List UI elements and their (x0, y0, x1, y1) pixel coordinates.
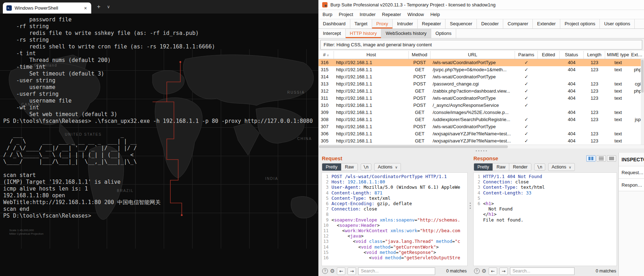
table-row[interactable]: 310http://192.168.1.1POST/_async/AsyncRe… (319, 102, 644, 109)
column-header-length[interactable]: Length (584, 51, 605, 59)
cell-status: 404 (560, 59, 584, 66)
code-token (433, 239, 436, 244)
column-header-method[interactable]: Method (409, 51, 431, 59)
code-line: 12 <java> (322, 233, 467, 239)
code-line: 3Content-Type: text/html (474, 184, 617, 190)
table-vertical-scrollbar[interactable] (641, 59, 644, 145)
cell-params: ✓ (515, 88, 538, 95)
tab-target[interactable]: Target (350, 19, 372, 28)
request-actions-label: Actions (378, 165, 392, 170)
terminal-body[interactable]: GreenlandRUSSIACANADAUNITED STATESCHINAI… (0, 14, 318, 276)
table-horizontal-scrollbar[interactable] (319, 145, 644, 149)
single-layout-button[interactable] (607, 155, 616, 162)
table-row[interactable]: 311http://192.168.1.1POST/wls-wsat/Coord… (319, 95, 644, 102)
stacked-layout-button[interactable] (597, 155, 606, 162)
request-tab-raw[interactable]: Raw (341, 163, 357, 171)
table-row[interactable]: 308http://192.168.1.1GET/uddiexplorer/Se… (319, 116, 644, 123)
next-match-button[interactable]: → (499, 267, 508, 275)
subtab-options[interactable]: Options (431, 29, 456, 38)
prev-match-button[interactable]: ← (489, 267, 497, 275)
menu-window[interactable]: Window (404, 12, 427, 17)
code-line: 15 <void method="getResponse"> (322, 250, 467, 255)
tab-intruder[interactable]: Intruder (393, 19, 418, 28)
request-tab-pretty[interactable]: Pretty (322, 163, 341, 171)
tab-decoder[interactable]: Decoder (477, 19, 503, 28)
table-row[interactable]: 315http://192.168.1.1GET/jsrpc.php?type=… (319, 66, 644, 73)
column-header-url[interactable]: URL (431, 51, 515, 59)
gear-icon[interactable]: ⚙ (330, 269, 335, 274)
menu-help[interactable]: Help (427, 12, 443, 17)
inspector-section-response-headers[interactable]: Response Headers (619, 178, 644, 191)
response-tab-render[interactable]: Render (509, 163, 531, 171)
response-newline-toggle[interactable]: \n (534, 163, 545, 171)
tab-extender[interactable]: Extender (533, 19, 560, 28)
terminal-window: >_ Windows PowerShell × + ∨ (0, 0, 318, 276)
cell-host: http://192.168.1.1 (334, 73, 409, 80)
help-icon[interactable]: ? (474, 268, 480, 274)
menu-project[interactable]: Project (335, 12, 356, 17)
code-token: "c (455, 239, 460, 244)
request-actions-button[interactable]: Actions ∨ (374, 163, 401, 171)
response-search-input[interactable] (510, 267, 575, 275)
table-row[interactable]: 307http://192.168.1.1POST/wls-wsat/Coord… (319, 123, 644, 130)
table-row[interactable]: 306http://192.168.1.1GET/wxjsapi/saveYZJ… (319, 130, 644, 137)
tab-dropdown-icon[interactable]: ∨ (107, 4, 110, 9)
tab-repeater[interactable]: Repeater (418, 19, 445, 28)
subtab-http-history[interactable]: HTTP history (346, 29, 382, 38)
side-by-side-layout-button[interactable] (586, 155, 596, 162)
column-header-[interactable]: #∨ (319, 51, 334, 59)
menu-intruder[interactable]: Intruder (356, 12, 379, 17)
gear-icon[interactable]: ⚙ (482, 269, 486, 274)
request-editor[interactable]: 1POST /wls-wsat/CoordinatorPortType HTTP… (321, 172, 468, 266)
tab-dashboard[interactable]: Dashboard (319, 19, 350, 28)
table-row[interactable]: 305http://192.168.1.1GET/wxjsapi/saveYZJ… (319, 137, 644, 145)
close-tab-icon[interactable]: × (83, 5, 88, 11)
response-panel: Response PrettyRawRender \n Actions ∨ 1H… (472, 153, 619, 276)
new-tab-button[interactable]: + (97, 3, 101, 10)
response-editor[interactable]: 1HTTP/1.1 404 Not Found2Connection: clos… (473, 172, 617, 266)
request-search-input[interactable] (358, 267, 435, 275)
tab-sequencer[interactable]: Sequencer (445, 19, 477, 28)
table-row[interactable]: 309http://192.168.1.1GET/console/images/… (319, 109, 644, 116)
cell-status (560, 102, 584, 109)
column-header-mime-type[interactable]: MIME type (605, 51, 631, 59)
response-actions-button[interactable]: Actions ∨ (548, 163, 575, 171)
cell-method: GET (409, 137, 431, 145)
tab-user-options[interactable]: User options (600, 19, 635, 28)
column-header-host[interactable]: Host (334, 51, 409, 59)
prev-match-button[interactable]: ← (337, 267, 345, 275)
table-row[interactable]: 314http://192.168.1.1POST/wls-wsat/Coord… (319, 73, 644, 80)
tab-project-options[interactable]: Project options (560, 19, 600, 28)
cell-method: POST (409, 73, 431, 80)
cell-host: http://192.168.1.1 (334, 66, 409, 73)
horizontal-splitter[interactable] (319, 149, 644, 153)
table-row[interactable]: 313http://192.168.1.1POST/password_chang… (319, 80, 644, 88)
table-row[interactable]: 312http://192.168.1.1GET/zabbix.php?acti… (319, 88, 644, 95)
line-number: 15 (322, 250, 331, 255)
terminal-tab-powershell[interactable]: >_ Windows PowerShell × (3, 2, 91, 14)
table-row[interactable]: 316http://192.168.1.1POST/wls-wsat/Coord… (319, 59, 644, 66)
tab-proxy[interactable]: Proxy (372, 19, 393, 28)
cell-status: 404 (560, 66, 584, 73)
subtab-websockets-history[interactable]: WebSockets history (381, 29, 431, 38)
menu-burp[interactable]: Burp (319, 12, 335, 17)
panel-splitter[interactable] (469, 153, 472, 276)
request-newline-toggle[interactable]: \n (361, 163, 371, 171)
cell-params: ✓ (515, 66, 538, 73)
response-tab-raw[interactable]: Raw (493, 163, 509, 171)
menu-repeater[interactable]: Repeater (379, 12, 404, 17)
code-token: "getServletOutputStre (404, 255, 460, 260)
inspector-section-request-attributes[interactable]: Request Attributes (619, 166, 644, 179)
subtab-intercept[interactable]: Intercept (319, 29, 346, 38)
column-header-status[interactable]: Status (560, 51, 584, 59)
column-header-edited[interactable]: Edited (538, 51, 560, 59)
burp-tabbar: DashboardTargetProxyIntruderRepeaterSequ… (319, 19, 644, 29)
next-match-button[interactable]: → (347, 267, 356, 275)
cell-edited (538, 95, 560, 102)
column-header-extension[interactable]: Extension (631, 51, 644, 59)
response-tab-pretty[interactable]: Pretty (474, 163, 493, 171)
column-header-params[interactable]: Params (515, 51, 538, 59)
help-icon[interactable]: ? (322, 268, 328, 274)
tab-comparer[interactable]: Comparer (503, 19, 533, 28)
filter-box[interactable]: Filter: Hiding CSS, image and general bi… (320, 40, 642, 50)
